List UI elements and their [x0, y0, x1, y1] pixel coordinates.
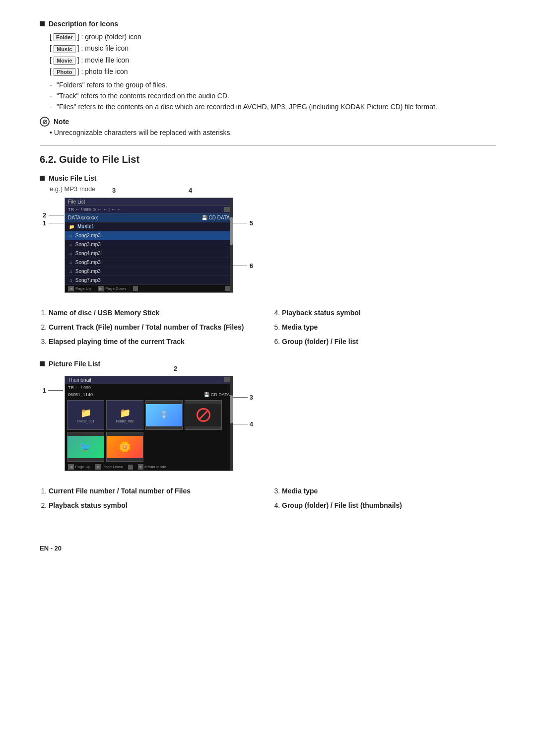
pic-callout-2-label: 2	[174, 365, 177, 372]
section-title: 6.2. Guide to File List	[40, 154, 496, 165]
screen-header-row: DATAxxxxxxx 💾 CD DATA	[65, 213, 233, 222]
note-block: ⊘ Note Unrecognizable characters will be…	[40, 117, 496, 137]
screen-footer: ◀ Page Up ▶ Page Down	[65, 285, 233, 292]
music-numbered-list: Name of disc / USB Memory Stick Current …	[40, 308, 496, 351]
movie-icon: Movie	[54, 57, 75, 65]
music-item-6: Group (folder) / File list	[282, 337, 496, 347]
pic-disc-row: 06051_1140 💾 CD DATA	[65, 391, 233, 398]
dash-item-folders: "Folders" refers to the group of files.	[50, 81, 496, 89]
music-item-2: Current Track (File) number / Total numb…	[49, 322, 263, 333]
picture-numbered-list: Current File number / Total number of Fi…	[40, 486, 496, 515]
picture-item-3: Media type	[282, 486, 496, 496]
note-label: Note	[54, 118, 69, 126]
music-file-list-header: Music File List	[40, 174, 496, 182]
music-icon-item: [ Music ] : music file icon	[50, 44, 496, 53]
callout-3-label: 3	[112, 187, 116, 194]
icon-description-list: [ Folder ] : group (folder) icon [ Music…	[50, 33, 496, 76]
callout-5-right: 5	[232, 219, 253, 227]
screen-folder-item: 📁 Music1	[65, 222, 233, 231]
music-item-5: Media type	[282, 322, 496, 333]
music-file-list-section: Music File List e.g.) MP3 mode 3 4 2 1 5…	[40, 174, 496, 351]
pic-callout-1-left: 1	[43, 387, 63, 394]
music-left-ol: Name of disc / USB Memory Stick Current …	[49, 308, 263, 347]
screen-file-item-4: ♫ Song6.mp3	[65, 267, 233, 276]
picture-list-right: Media type Group (folder) / File list (t…	[273, 486, 496, 515]
pic-callout-4-right: 4	[233, 420, 253, 428]
pic-screen-header: Thumbnail	[65, 376, 233, 384]
pic-thumb-img3: 🐦	[67, 432, 104, 462]
page-number: EN - 20	[40, 545, 62, 552]
movie-icon-item: [ Movie ] : movie file icon	[50, 56, 496, 65]
screen-file-item-1: ♫ Song3.mp3	[65, 240, 233, 249]
music-right-ol: Playback status symbol Media type Group …	[282, 308, 496, 347]
callout-1-left: 1	[43, 219, 64, 227]
music-bullet	[40, 176, 45, 181]
dash-item-track: "Track" refers to the contents recorded …	[50, 92, 496, 100]
picture-item-4: Group (folder) / File list (thumbnails)	[282, 500, 496, 511]
callout-4-label: 4	[189, 187, 192, 194]
photo-icon-item: [ Photo ] : photo file icon	[50, 68, 496, 76]
picture-list-left: Current File number / Total number of Fi…	[40, 486, 263, 515]
scrollbar	[230, 198, 233, 292]
pic-footer: ◀ Page Up ▶ Page Down ■ Media Mode	[65, 464, 233, 471]
music-list-left: Name of disc / USB Memory Stick Current …	[40, 308, 263, 351]
section-divider	[40, 145, 496, 146]
picture-header-label: Picture File List	[49, 360, 100, 368]
bullet-icon	[40, 21, 45, 26]
music-item-1: Name of disc / USB Memory Stick	[49, 308, 263, 318]
pic-thumb-img4: 🌼	[106, 432, 143, 462]
screen-file-item-0: ♫ Song2.mp3	[65, 231, 233, 240]
music-item-4: Playback status symbol	[282, 308, 496, 318]
pic-thumb-folder2: 📁 Folder_002	[106, 400, 143, 430]
music-header-label: Music File List	[49, 174, 96, 182]
pic-thumb-img1: 🎙	[145, 400, 183, 430]
eg-label: e.g.) MP3 mode	[50, 185, 496, 193]
note-text: Unrecognizable characters will be replac…	[50, 129, 496, 137]
dash-item-files: "Files" refers to the contents on a disc…	[50, 103, 496, 111]
picture-file-list-screen: Thumbnail TR ← / 999 06051_1140 💾 CD DAT…	[65, 376, 233, 471]
screen-title-bar: File List	[65, 198, 233, 206]
pic-scrollbar	[230, 376, 233, 471]
icons-header-label: Description for Icons	[49, 20, 118, 28]
picture-right-ol: Media type Group (folder) / File list (t…	[282, 486, 496, 511]
screen-status-bar: TR ← / 999 ⊙ ← ← : ← ←	[65, 206, 233, 213]
picture-file-list-header: Picture File List	[40, 360, 496, 368]
guide-section: 6.2. Guide to File List Music File List …	[40, 154, 496, 515]
picture-file-list-section: Picture File List 2 1 3 4 Thumbnail	[40, 360, 496, 515]
picture-item-1: Current File number / Total number of Fi…	[49, 486, 263, 496]
music-icon: Music	[54, 45, 75, 53]
music-file-list-screen: File List TR ← / 999 ⊙ ← ← : ← ← DATAxxx…	[65, 198, 233, 293]
folder-icon-item: [ Folder ] : group (folder) icon	[50, 33, 496, 41]
pic-thumb-img2	[185, 400, 222, 430]
music-list-right: Playback status symbol Media type Group …	[273, 308, 496, 351]
photo-icon: Photo	[54, 68, 75, 76]
page-footer: EN - 20	[40, 545, 496, 552]
screen-file-item-3: ♫ Song5.mp3	[65, 258, 233, 267]
screen-file-item-5: ♫ Song7.mp3	[65, 276, 233, 285]
picture-item-2: Playback status symbol	[49, 500, 263, 511]
screen-file-item-2: ♫ Song4.mp3	[65, 249, 233, 258]
icons-section: Description for Icons [ Folder ] : group…	[40, 20, 496, 137]
pic-grid: 📁 Folder_001 📁 Folder_002 🎙	[65, 398, 233, 464]
picture-bullet	[40, 361, 45, 366]
folder-icon: Folder	[54, 33, 75, 41]
pic-callout-3-right: 3	[233, 394, 253, 401]
pic-screen-status: TR ← / 999	[65, 384, 233, 391]
dash-items-list: "Folders" refers to the group of files. …	[50, 81, 496, 111]
pic-thumb-folder1: 📁 Folder_001	[67, 400, 104, 430]
icons-header: Description for Icons	[40, 20, 496, 28]
callout-2-left: 2	[43, 211, 64, 219]
picture-left-ol: Current File number / Total number of Fi…	[49, 486, 263, 511]
music-item-3: Elapsed playing time of the current Trac…	[49, 337, 263, 347]
callout-6-right: 6	[232, 262, 253, 270]
note-circle-icon: ⊘	[40, 117, 50, 127]
